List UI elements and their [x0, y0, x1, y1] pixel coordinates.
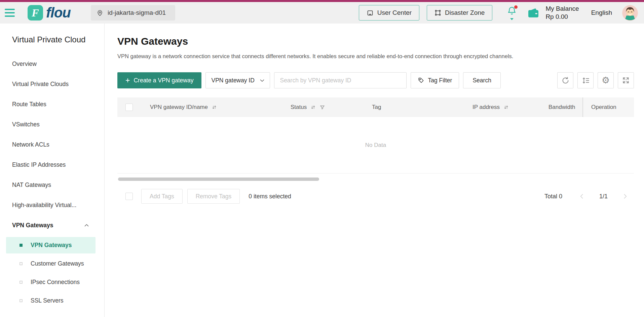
sidebar-nav: Overview Virtual Private Clouds Route Ta…	[0, 54, 104, 309]
column-label: Status	[291, 104, 307, 111]
empty-state-text: No Data	[365, 142, 386, 149]
remove-tags-button[interactable]: Remove Tags	[187, 189, 240, 204]
sidebar-subitem-label: IPsec Connections	[31, 279, 80, 286]
disaster-zone-button[interactable]: Disaster Zone	[427, 5, 492, 21]
sidebar-title: Virtual Private Cloud	[0, 35, 104, 44]
add-tags-button[interactable]: Add Tags	[141, 189, 183, 204]
brand-logo[interactable]: F flou	[28, 5, 71, 21]
bullet-icon	[20, 244, 23, 247]
sort-icon[interactable]	[310, 105, 316, 110]
balance-block[interactable]: My Balance Rp 0.00	[545, 5, 579, 21]
notifications-button[interactable]	[506, 5, 518, 20]
sidebar-subitem-label: SSL Servers	[31, 297, 64, 304]
user-avatar[interactable]	[622, 5, 638, 21]
page-indicator: 1/1	[599, 193, 608, 200]
sidebar-item-high-availability-virtual[interactable]: High-availability Virtual...	[0, 195, 104, 215]
page-description: VPN gateway is a network connection serv…	[117, 53, 634, 60]
search-input[interactable]	[274, 72, 407, 88]
fullscreen-button[interactable]	[618, 72, 634, 88]
footer-select-all-checkbox[interactable]	[125, 193, 133, 200]
fullscreen-icon	[622, 76, 630, 84]
create-vpn-gateway-button[interactable]: + Create a VPN gateway	[117, 72, 201, 88]
chevron-down-icon	[259, 78, 265, 83]
wallet-button[interactable]	[527, 6, 540, 19]
sidebar: Virtual Private Cloud Overview Virtual P…	[0, 24, 105, 317]
app-window: F flou id-jakarta-sigma-d01 User Center	[0, 0, 644, 317]
refresh-icon	[561, 76, 570, 85]
language-selector[interactable]: English	[591, 9, 612, 16]
horizontal-scrollbar	[117, 177, 634, 181]
selection-count-text: 0 items selected	[249, 193, 291, 200]
sidebar-subitem-vpn-gateways[interactable]: VPN Gateways	[6, 237, 96, 253]
sort-icon[interactable]	[503, 105, 509, 110]
sidebar-subitem-ipsec-connections[interactable]: IPsec Connections	[6, 274, 96, 290]
filter-funnel-icon[interactable]	[319, 105, 325, 110]
column-label: Bandwidth	[548, 104, 575, 111]
tag-filter-label: Tag Filter	[428, 77, 452, 84]
sidebar-item-elastic-ip-addresses[interactable]: Elastic IP Addresses	[0, 155, 104, 175]
notification-caret-icon	[510, 18, 514, 20]
sidebar-item-virtual-private-clouds[interactable]: Virtual Private Clouds	[0, 74, 104, 94]
bullet-icon	[20, 299, 23, 302]
column-header-id-name: VPN gateway ID/name	[150, 104, 291, 111]
sort-list-icon	[581, 76, 590, 85]
horizontal-scrollbar-thumb[interactable]	[118, 177, 319, 181]
balance-label: My Balance	[545, 5, 579, 13]
hamburger-menu-button[interactable]	[5, 7, 18, 18]
sidebar-group-label: VPN Gateways	[12, 222, 53, 229]
refresh-button[interactable]	[557, 72, 573, 88]
total-count-text: Total 0	[544, 193, 562, 200]
column-label: VPN gateway ID/name	[150, 104, 208, 111]
page-title: VPN Gateways	[117, 36, 634, 47]
top-header: F flou id-jakarta-sigma-d01 User Center	[0, 2, 644, 24]
user-center-icon	[367, 9, 374, 16]
brand-logo-icon: F	[28, 5, 43, 21]
sidebar-item-nat-gateways[interactable]: NAT Gateways	[0, 175, 104, 195]
wallet-icon	[527, 6, 540, 19]
create-vpn-gateway-label: Create a VPN gateway	[134, 77, 193, 84]
sidebar-item-network-acls[interactable]: Network ACLs	[0, 134, 104, 155]
table-header-row: VPN gateway ID/name Status	[117, 97, 634, 117]
sidebar-subitem-ssl-servers[interactable]: SSL Servers	[6, 292, 96, 309]
pagination-prev-button[interactable]	[578, 193, 585, 200]
user-center-button[interactable]: User Center	[359, 5, 419, 21]
column-label: Tag	[372, 104, 381, 111]
column-label: Operation	[591, 104, 616, 111]
column-label: IP address	[472, 104, 500, 111]
region-selector[interactable]: id-jakarta-sigma-d01	[91, 5, 175, 21]
user-center-label: User Center	[377, 9, 412, 16]
sidebar-group-vpn-gateways[interactable]: VPN Gateways	[0, 215, 104, 235]
sort-settings-button[interactable]	[577, 72, 594, 88]
bullet-icon	[20, 281, 23, 284]
plus-icon: +	[125, 77, 130, 84]
main-content: VPN Gateways VPN gateway is a network co…	[105, 24, 644, 317]
column-header-status: Status	[291, 104, 372, 111]
sidebar-item-vswitches[interactable]: VSwitches	[0, 114, 104, 134]
tag-icon	[418, 77, 424, 84]
search-field-select[interactable]: VPN gateway ID	[205, 72, 270, 88]
sidebar-subitem-customer-gateways[interactable]: Customer Gateways	[6, 255, 96, 272]
balance-value: Rp 0.00	[545, 13, 579, 21]
pagination-next-button[interactable]	[622, 193, 629, 200]
location-pin-icon	[96, 9, 104, 16]
disaster-zone-icon	[434, 9, 441, 16]
region-name: id-jakarta-sigma-d01	[108, 9, 166, 16]
chevron-up-icon	[84, 223, 89, 228]
column-header-ip-address: IP address	[472, 104, 548, 111]
disaster-zone-label: Disaster Zone	[445, 9, 485, 16]
select-all-checkbox[interactable]	[125, 104, 133, 111]
sidebar-item-route-tables[interactable]: Route Tables	[0, 94, 104, 114]
toolbar: + Create a VPN gateway VPN gateway ID	[117, 72, 634, 88]
column-header-operation: Operation	[582, 97, 634, 117]
sidebar-subitem-label: Customer Gateways	[31, 260, 84, 267]
brand-name: flou	[46, 5, 71, 21]
search-button[interactable]: Search	[463, 72, 500, 88]
table-header-checkbox-cell	[117, 104, 150, 111]
sort-icon[interactable]	[212, 105, 217, 110]
column-header-tag: Tag	[372, 104, 472, 111]
sidebar-subitem-label: VPN Gateways	[31, 242, 72, 249]
search-button-label: Search	[472, 77, 491, 84]
column-settings-button[interactable]: ⚙	[598, 72, 614, 88]
tag-filter-button[interactable]: Tag Filter	[411, 72, 459, 88]
sidebar-item-overview[interactable]: Overview	[0, 54, 104, 74]
